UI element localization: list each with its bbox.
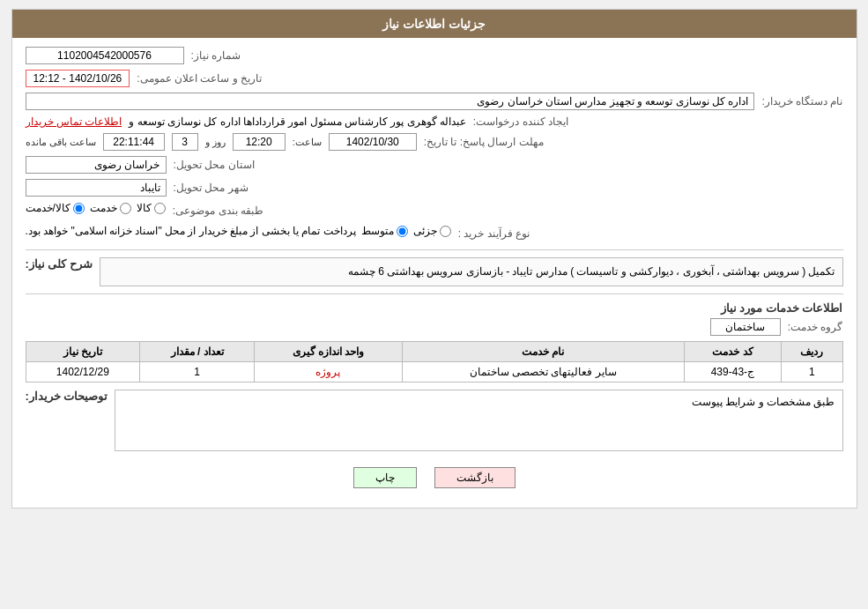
tabaqe-khadamat: خدمت — [90, 202, 131, 214]
ijad-row: ایجاد کننده درخواست: عبداله گوهری پور کا… — [26, 115, 843, 128]
page-title: جزئیات اطلاعات نیاز — [12, 10, 857, 38]
service-table: ردیف کد خدمت نام خدمت واحد اندازه گیری ت… — [26, 341, 843, 382]
tosif-value: طبق مشخصات و شرایط پیوست — [692, 396, 835, 408]
tabaqe-label: طبقه بندی موضوعی: — [173, 204, 263, 217]
cell-name: سایر فعالیتهای تخصصی ساختمان — [402, 362, 684, 382]
noe-desc: پرداخت تمام یا بخشی از مبلغ خریدار از مح… — [26, 225, 356, 237]
content-area: شماره نیاز: 1102004542000576 تاریخ و ساع… — [12, 38, 857, 508]
tabaqe-kala: کالا — [137, 202, 166, 214]
namdastgah-row: نام دستگاه خریدار: اداره کل نوسازی توسعه… — [26, 93, 843, 110]
noe-jozyi-radio[interactable] — [440, 226, 451, 237]
mohlat-baqi: 22:11:44 — [103, 133, 165, 151]
mohlat-date: 1402/10/30 — [329, 133, 417, 151]
tabaqe-khadamat-radio[interactable] — [120, 203, 131, 214]
col-name: نام خدمت — [402, 342, 684, 362]
tabaqe-kala-radio[interactable] — [154, 203, 166, 214]
shomara-value: 1102004542000576 — [26, 47, 184, 64]
ostan-label: استان محل تحویل: — [174, 159, 255, 171]
col-tarikh: تاریخ نیاز — [26, 342, 140, 362]
table-row: 1 ج-43-439 سایر فعالیتهای تخصصی ساختمان … — [26, 362, 842, 382]
mohlat-rooz-label: روز و — [205, 137, 226, 148]
shomara-label: شماره نیاز: — [191, 49, 262, 62]
tabaqe-row: طبقه بندی موضوعی: کالا خدمت کالا/خدمت — [26, 202, 843, 219]
shahr-row: شهر محل تحویل: تایباد — [26, 179, 843, 197]
cell-tarikh: 1402/12/29 — [26, 362, 140, 382]
sharh-value: تکمیل ( سرویس بهداشتی ، آبخوری ، دیوارکش… — [100, 257, 842, 286]
col-radif: ردیف — [782, 342, 842, 362]
shahr-value: تایباد — [26, 179, 167, 197]
tosif-title: توصیحات خریدار: — [26, 390, 108, 403]
date-aalan-value: 1402/10/26 - 12:12 — [26, 70, 130, 87]
mohlat-row: مهلت ارسال پاسخ: تا تاریخ: 1402/10/30 سا… — [26, 133, 843, 151]
mohlat-saat: 12:20 — [233, 133, 286, 151]
namdastgah-label: نام دستگاه خریدار: — [761, 95, 842, 108]
ijad-link[interactable]: اطلاعات تماس خریدار — [26, 115, 122, 128]
mohlat-label: مهلت ارسال پاسخ: تا تاریخ: — [424, 136, 544, 148]
mohlat-rooz: 3 — [172, 133, 198, 151]
service-table-head: ردیف کد خدمت نام خدمت واحد اندازه گیری ت… — [26, 342, 842, 362]
goroh-value: ساختمان — [710, 318, 781, 336]
tosif-section: طبق مشخصات و شرایط پیوست توصیحات خریدار: — [26, 390, 843, 451]
shahr-label: شهر محل تحویل: — [174, 182, 249, 194]
ijad-label: ایجاد کننده درخواست: — [473, 115, 568, 128]
sharh-title: شرح کلی نیاز: — [26, 257, 93, 271]
mohlat-saat-label: ساعت: — [293, 137, 322, 148]
noe-options: جزئی متوسط پرداخت تمام یا بخشی از مبلغ خ… — [26, 225, 451, 237]
cell-radif: 1 — [782, 362, 842, 382]
separator-2 — [26, 293, 843, 294]
tabaqe-kala-label: کالا — [137, 202, 152, 214]
cell-kod: ج-43-439 — [684, 362, 782, 382]
main-container: جزئیات اطلاعات نیاز شماره نیاز: 11020045… — [11, 9, 857, 509]
shomara-row: شماره نیاز: 1102004542000576 — [26, 47, 843, 64]
service-table-body: 1 ج-43-439 سایر فعالیتهای تخصصی ساختمان … — [26, 362, 842, 382]
cell-vahed: پروژه — [254, 362, 402, 382]
namdastgah-value: اداره کل نوسازی توسعه و تجهیز مدارس استا… — [26, 93, 755, 110]
tosif-box: طبق مشخصات و شرایط پیوست — [115, 390, 842, 451]
tabaqe-kala-khadamat-radio[interactable] — [73, 203, 85, 214]
separator-1 — [26, 249, 843, 250]
cell-tedad: 1 — [140, 362, 255, 382]
ostan-row: استان محل تحویل: خراسان رضوی — [26, 156, 843, 174]
ostan-value: خراسان رضوی — [26, 156, 167, 174]
goroh-label: گروه خدمت: — [788, 321, 843, 333]
chap-button[interactable]: چاپ — [353, 467, 417, 488]
noe-jozyi-label: جزئی — [413, 225, 437, 237]
col-vahed: واحد اندازه گیری — [254, 342, 402, 362]
ijad-value: عبداله گوهری پور کارشناس مسئول امور قرار… — [129, 115, 466, 128]
khadamat-section: اطلاعات خدمات مورد نیاز گروه خدمت: ساختم… — [26, 301, 843, 382]
col-kod: کد خدمت — [684, 342, 782, 362]
tabaqe-khadamat-label: خدمت — [90, 202, 117, 214]
goroh-row: گروه خدمت: ساختمان — [26, 318, 843, 336]
sharh-section: تکمیل ( سرویس بهداشتی ، آبخوری ، دیوارکش… — [26, 257, 843, 286]
date-aalan-label: تاریخ و ساعت اعلان عمومی: — [137, 72, 262, 85]
footer-buttons: بازگشت چاپ — [26, 458, 843, 499]
bazgasht-button[interactable]: بازگشت — [434, 467, 516, 488]
tabaqe-kala-khadamat: کالا/خدمت — [26, 202, 85, 214]
noe-row: نوع فرآیند خرید : جزئی متوسط پرداخت تمام… — [26, 225, 843, 242]
noe-jozyi: جزئی — [413, 225, 451, 237]
noe-motevaset-label: متوسط — [361, 225, 394, 237]
tabaqe-kala-khadamat-label: کالا/خدمت — [26, 202, 70, 214]
tabaqe-options: کالا خدمت کالا/خدمت — [26, 202, 166, 214]
col-tedad: تعداد / مقدار — [140, 342, 255, 362]
date-aalan-row: تاریخ و ساعت اعلان عمومی: 1402/10/26 - 1… — [26, 70, 843, 87]
noe-motevaset-radio[interactable] — [397, 226, 408, 237]
noe-motevaset: متوسط — [361, 225, 408, 237]
khadamat-title: اطلاعات خدمات مورد نیاز — [26, 301, 843, 315]
mohlat-baqi-label: ساعت باقی مانده — [26, 137, 96, 148]
noe-label: نوع فرآیند خرید : — [458, 227, 530, 240]
